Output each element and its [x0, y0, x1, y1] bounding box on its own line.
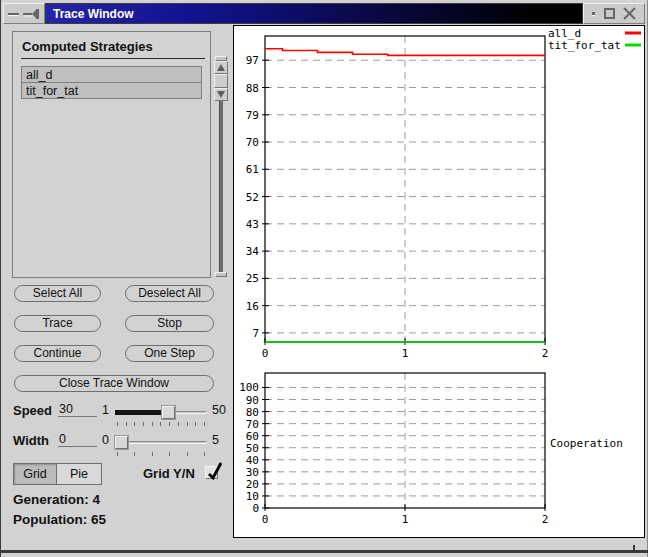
svg-text:100: 100 [239, 381, 259, 394]
scroll-down-button[interactable] [214, 88, 228, 101]
titlebar[interactable]: Trace Window [3, 3, 645, 24]
pie-toggle-button[interactable]: Pie [56, 464, 101, 484]
width-min-label: 0 [102, 433, 109, 447]
svg-text:25: 25 [246, 272, 259, 285]
svg-text:Cooperation: Cooperation [550, 437, 623, 450]
slider-thumb[interactable] [162, 406, 175, 419]
svg-text:40: 40 [246, 454, 259, 467]
slider-ticks [117, 452, 205, 456]
one-step-button[interactable]: One Step [125, 345, 214, 362]
speed-label: Speed [13, 403, 52, 418]
check-icon [206, 461, 222, 479]
svg-text:30: 30 [246, 466, 259, 479]
list-item[interactable]: tit_for_tat [21, 82, 202, 99]
titlebar-left-controls [3, 3, 45, 24]
trace-window: Trace Window Computed Strategies all_d t… [0, 0, 648, 557]
grid-yn-checkbox[interactable] [205, 466, 218, 479]
arrow-up-icon [217, 64, 225, 71]
svg-text:2: 2 [542, 347, 549, 360]
chart-panel: 716253443526170798897012all_dtit_for_tat… [233, 25, 645, 538]
svg-text:10: 10 [246, 490, 259, 503]
svg-text:80: 80 [246, 406, 259, 419]
view-toggle: Grid Pie [13, 463, 102, 485]
width-slider[interactable] [115, 434, 207, 458]
titlebar-right-controls [583, 3, 645, 24]
svg-text:34: 34 [246, 245, 260, 258]
scroll-up-button[interactable] [214, 61, 228, 74]
close-trace-window-button[interactable]: Close Trace Window [14, 375, 214, 392]
pin-icon[interactable] [23, 8, 40, 20]
speed-input[interactable] [58, 402, 97, 417]
list-item[interactable]: all_d [21, 66, 202, 83]
close-icon[interactable] [623, 7, 636, 20]
continue-button[interactable]: Continue [14, 345, 101, 362]
slider-fill [115, 410, 168, 415]
svg-text:70: 70 [246, 418, 259, 431]
window-frame-left [0, 0, 1, 557]
svg-text:79: 79 [246, 109, 259, 122]
window-title: Trace Window [53, 7, 134, 21]
computed-strategies-panel: Computed Strategies all_d tit_for_tat [12, 31, 211, 278]
slider-thumb[interactable] [115, 436, 128, 449]
svg-text:1: 1 [402, 347, 409, 360]
stop-button[interactable]: Stop [125, 315, 214, 332]
svg-text:52: 52 [246, 191, 259, 204]
width-label: Width [13, 433, 49, 448]
titlebar-title-area[interactable]: Trace Window [45, 3, 583, 24]
scrollbar-cable[interactable] [219, 101, 223, 272]
svg-text:1: 1 [402, 513, 409, 526]
width-max-label: 5 [212, 433, 219, 447]
speed-max-label: 50 [212, 403, 226, 417]
svg-text:61: 61 [246, 163, 259, 176]
svg-text:60: 60 [246, 430, 259, 443]
speed-slider[interactable] [115, 404, 207, 428]
strategies-scrollbar[interactable] [214, 56, 228, 277]
resize-corner-notch[interactable] [633, 545, 635, 551]
svg-text:tit_for_tat: tit_for_tat [548, 39, 621, 52]
maximize-icon[interactable] [604, 8, 615, 19]
arrow-down-icon [217, 91, 225, 98]
trace-charts: 716253443526170798897012all_dtit_for_tat… [234, 26, 644, 537]
svg-text:20: 20 [246, 478, 259, 491]
svg-text:88: 88 [246, 82, 259, 95]
grid-yn-label: Grid Y/N [143, 466, 195, 481]
grid-toggle-button[interactable]: Grid [14, 464, 56, 484]
width-input[interactable] [58, 432, 97, 447]
strategies-list: all_d tit_for_tat [21, 67, 202, 99]
select-all-button[interactable]: Select All [14, 285, 101, 302]
panel-title: Computed Strategies [22, 39, 153, 54]
population-status: Population: 65 [13, 512, 106, 527]
deselect-all-button[interactable]: Deselect All [125, 285, 214, 302]
svg-text:0: 0 [262, 513, 269, 526]
svg-text:0: 0 [262, 347, 269, 360]
menu-dot-icon[interactable] [592, 12, 595, 15]
svg-text:90: 90 [246, 394, 259, 407]
svg-text:16: 16 [246, 300, 259, 313]
window-frame-bottom [0, 550, 648, 553]
svg-text:50: 50 [246, 442, 259, 455]
svg-text:70: 70 [246, 136, 259, 149]
svg-text:97: 97 [246, 54, 259, 67]
svg-text:43: 43 [246, 218, 259, 231]
svg-text:7: 7 [252, 327, 259, 340]
svg-text:2: 2 [542, 513, 549, 526]
scrollbar-bottom-cap[interactable] [215, 272, 227, 277]
slider-ticks [117, 422, 205, 426]
panel-title-rule [21, 58, 205, 59]
speed-min-label: 1 [102, 403, 109, 417]
minimize-icon[interactable] [8, 13, 19, 15]
slider-track[interactable] [115, 441, 207, 444]
generation-status: Generation: 4 [13, 492, 100, 507]
svg-text:0: 0 [252, 502, 259, 515]
trace-button[interactable]: Trace [14, 315, 101, 332]
scrollbar-thumb[interactable] [214, 74, 228, 88]
